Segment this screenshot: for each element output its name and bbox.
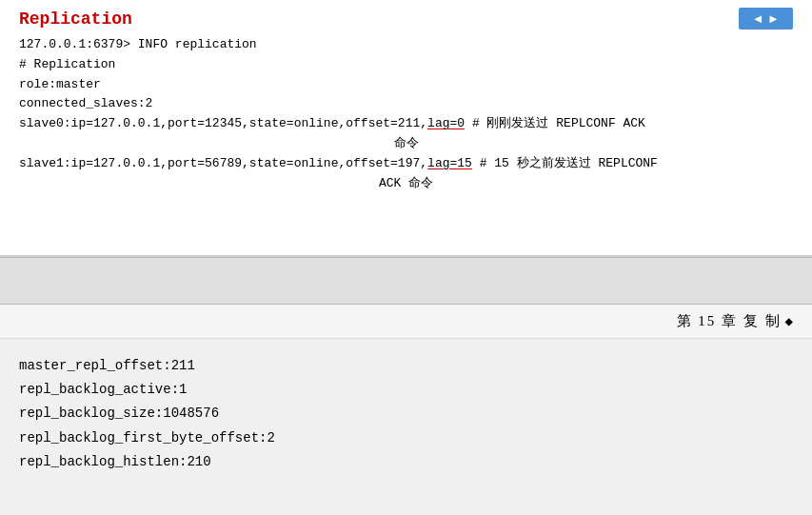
- bottom-line-4: repl_backlog_first_byte_offset:2: [19, 426, 793, 450]
- diamond-icon: ◆: [785, 313, 793, 329]
- slave0-line: slave0:ip=127.0.0.1,port=12345,state=onl…: [19, 114, 793, 134]
- top-bar: Replication ◄ ►: [19, 8, 793, 30]
- nav-button[interactable]: ◄ ►: [739, 8, 793, 30]
- top-section: Replication ◄ ► 127.0.0.1:6379> INFO rep…: [0, 0, 812, 257]
- bottom-line-5: repl_backlog_histlen:210: [19, 450, 793, 474]
- slave0-comment: # 刚刚发送过 REPLCONF ACK: [465, 116, 645, 130]
- prompt-line: 127.0.0.1:6379> INFO replication: [19, 35, 793, 55]
- slave0-prefix: slave0:ip=127.0.0.1,port=12345,state=onl…: [19, 116, 427, 130]
- page-title: Replication: [19, 10, 132, 29]
- role-line: role:master: [19, 75, 793, 95]
- slave0-indent: 命令: [19, 134, 793, 154]
- bottom-line-2: repl_backlog_active:1: [19, 378, 793, 402]
- bottom-line-1: master_repl_offset:211: [19, 354, 793, 378]
- bottom-code-block: master_repl_offset:211 repl_backlog_acti…: [0, 339, 812, 474]
- chapter-header: 第 15 章 复 制 ◆: [0, 305, 812, 339]
- separator: [0, 257, 812, 305]
- connected-slaves: connected_slaves:2: [19, 94, 793, 114]
- bottom-line-3: repl_backlog_size:1048576: [19, 402, 793, 426]
- slave1-comment: # 15 秒之前发送过 REPLCONF: [472, 156, 658, 170]
- hash-replication: # Replication: [19, 55, 793, 75]
- code-block-top: 127.0.0.1:6379> INFO replication # Repli…: [19, 35, 793, 193]
- slave1-line: slave1:ip=127.0.0.1,port=56789,state=onl…: [19, 154, 793, 174]
- chapter-title: 第 15 章 复 制: [677, 312, 782, 330]
- slave0-lag: lag=0: [427, 116, 465, 130]
- slave1-prefix: slave1:ip=127.0.0.1,port=56789,state=onl…: [19, 156, 427, 170]
- slave1-indent: ACK 命令: [19, 174, 793, 194]
- slave1-lag: lag=15: [427, 156, 472, 170]
